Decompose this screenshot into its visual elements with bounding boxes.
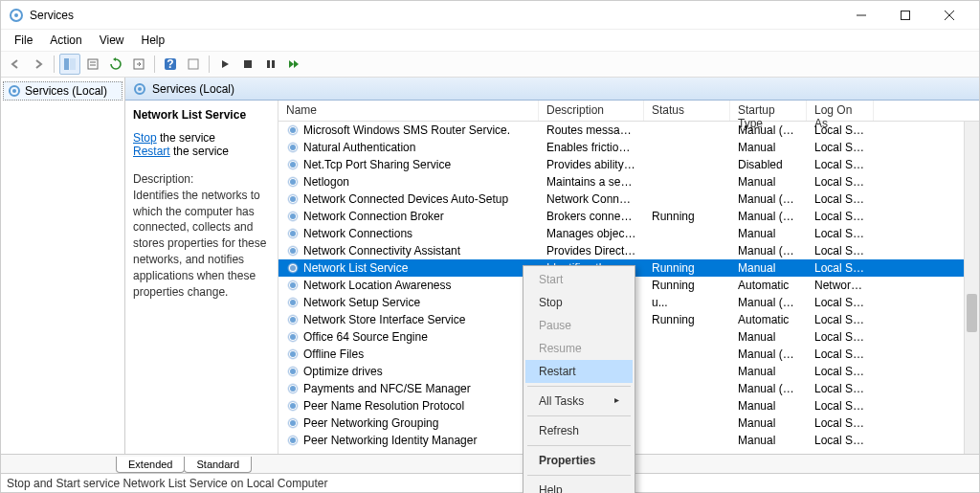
toolbar-settings-button[interactable] (183, 54, 204, 75)
service-startup: Manual (Tri... (730, 381, 807, 396)
table-row[interactable]: Network Connectivity AssistantProvides D… (278, 242, 979, 259)
service-name: Network Connected Devices Auto-Setup (303, 192, 508, 206)
service-logon: Local Syst... (807, 295, 874, 310)
restart-link[interactable]: Restart (133, 145, 170, 158)
service-status (644, 353, 730, 355)
window-title: Services (30, 9, 839, 22)
ctx-resume: Resume (525, 337, 633, 360)
tab-standard[interactable]: Standard (184, 457, 252, 473)
service-logon: Local Syst... (807, 123, 874, 138)
gear-icon (286, 192, 300, 206)
nav-services-local[interactable]: Services (Local) (3, 81, 122, 101)
service-status (644, 181, 730, 183)
menu-file[interactable]: File (7, 32, 40, 49)
col-logon-as[interactable]: Log On As (807, 101, 874, 121)
gear-icon (286, 416, 300, 430)
service-name: Microsoft Windows SMS Router Service. (303, 123, 510, 137)
service-logon: Local Syst... (807, 347, 874, 362)
ctx-all-tasks[interactable]: All Tasks▸ (525, 390, 633, 413)
service-startup: Manual (730, 174, 807, 190)
gear-icon (286, 313, 300, 326)
table-row[interactable]: Microsoft Windows SMS Router Service.Rou… (278, 122, 979, 139)
service-logon: Local Syst... (807, 174, 874, 190)
vertical-scrollbar[interactable] (964, 122, 979, 454)
menu-view[interactable]: View (92, 32, 132, 49)
export-button[interactable] (128, 54, 149, 75)
table-row[interactable]: Network ConnectionsManages objects...Man… (278, 225, 979, 242)
service-desc: Brokers connecti... (539, 209, 644, 224)
service-desc: Network Connect... (539, 191, 644, 207)
service-status: Running (644, 312, 730, 327)
col-name[interactable]: Name (278, 101, 539, 121)
service-logon: Local Syst... (807, 364, 874, 379)
service-name: Net.Tcp Port Sharing Service (303, 158, 451, 171)
context-menu: Start Stop Pause Resume Restart All Task… (523, 265, 635, 493)
service-startup: Manual (Tri... (730, 347, 807, 362)
tab-extended[interactable]: Extended (116, 457, 185, 473)
gear-icon (286, 244, 300, 258)
gear-icon (8, 84, 21, 98)
table-row[interactable]: Network Connected Devices Auto-SetupNetw… (278, 190, 979, 208)
table-row[interactable]: Network Connection BrokerBrokers connect… (278, 208, 979, 225)
service-logon: Local Syst... (807, 329, 874, 345)
main-header-label: Services (Local) (152, 82, 234, 96)
svg-rect-8 (88, 59, 98, 69)
service-name: Peer Networking Grouping (303, 416, 438, 430)
pause-service-button[interactable] (260, 54, 281, 75)
scrollbar-thumb[interactable] (967, 294, 977, 332)
service-status (644, 198, 730, 200)
minimize-button[interactable] (839, 1, 883, 30)
maximize-button[interactable] (883, 1, 927, 30)
start-service-button[interactable] (214, 54, 235, 75)
service-name: Offline Files (303, 347, 364, 361)
service-status (644, 422, 730, 424)
service-logon: Local Syst... (807, 140, 874, 155)
service-name: Network Connectivity Assistant (303, 244, 460, 258)
service-status: Running (644, 278, 730, 293)
svg-rect-14 (189, 59, 198, 69)
gear-icon (286, 330, 300, 344)
service-status (644, 164, 730, 166)
ctx-refresh[interactable]: Refresh (525, 419, 633, 442)
close-button[interactable] (927, 1, 971, 30)
service-startup: Manual (Tri... (730, 191, 807, 207)
service-status (644, 439, 730, 441)
menu-action[interactable]: Action (42, 32, 89, 49)
back-button[interactable] (5, 54, 26, 75)
col-startup-type[interactable]: Startup Type (730, 101, 807, 121)
gear-icon (286, 141, 300, 154)
menu-help[interactable]: Help (134, 32, 173, 49)
table-row[interactable]: NetlogonMaintains a secur...ManualLocal … (278, 173, 979, 190)
refresh-button[interactable] (105, 54, 126, 75)
help-button[interactable]: ? (160, 54, 181, 75)
service-startup: Automatic (730, 312, 807, 327)
service-startup: Manual (Tri... (730, 123, 807, 138)
gear-icon (286, 347, 300, 361)
service-logon: Local Serv... (807, 312, 874, 327)
main-header: Services (Local) (125, 78, 979, 101)
stop-link[interactable]: Stop (133, 131, 157, 145)
service-status: u... (644, 295, 730, 310)
service-logon: Local Serv... (807, 433, 874, 448)
ctx-stop[interactable]: Stop (525, 291, 633, 314)
service-startup: Manual (730, 415, 807, 431)
restart-service-button[interactable] (283, 54, 304, 75)
col-description[interactable]: Description (539, 101, 644, 121)
table-row[interactable]: Natural AuthenticationEnables friction-f… (278, 139, 979, 156)
properties-button[interactable] (82, 54, 103, 75)
forward-button[interactable] (28, 54, 49, 75)
service-name: Network Location Awareness (303, 279, 452, 292)
nav-item-label: Services (Local) (25, 84, 107, 98)
show-hide-tree-button[interactable] (59, 54, 80, 75)
gear-icon (286, 158, 300, 171)
gear-icon (286, 175, 300, 189)
gear-icon (286, 382, 300, 395)
ctx-restart[interactable]: Restart (525, 360, 633, 383)
service-name: Network Store Interface Service (303, 313, 465, 326)
svg-text:?: ? (167, 57, 173, 71)
col-status[interactable]: Status (644, 101, 730, 121)
ctx-properties[interactable]: Properties (525, 449, 633, 472)
table-row[interactable]: Net.Tcp Port Sharing ServiceProvides abi… (278, 156, 979, 173)
ctx-help[interactable]: Help (525, 479, 633, 493)
stop-service-button[interactable] (237, 54, 258, 75)
